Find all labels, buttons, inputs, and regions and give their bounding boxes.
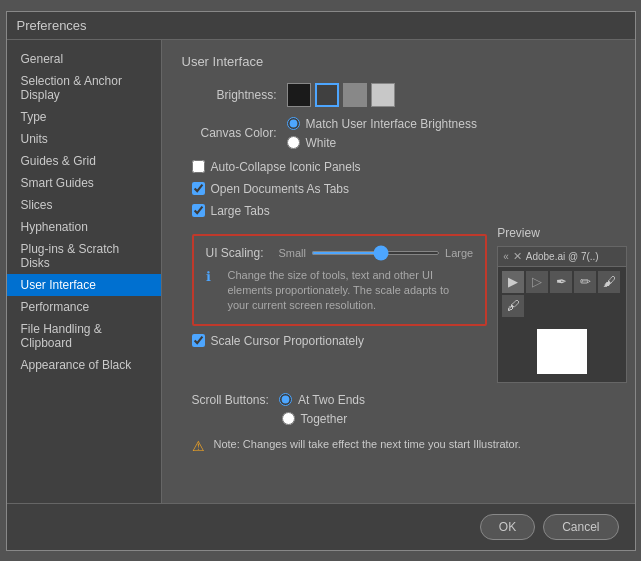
brightness-swatch-dark[interactable] <box>287 83 311 107</box>
preview-widget: « ✕ Adobe.ai @ 7(..) ▶ ▷ ✒ ✏ 🖌 🖋 <box>497 246 627 383</box>
note-row: ⚠ Note: Changes will take effect the nex… <box>192 438 615 454</box>
content-area: User Interface Brightness: Canvas Color: <box>162 40 635 503</box>
slider-large-label: Large <box>445 247 473 259</box>
preview-title: Adobe.ai @ 7(..) <box>526 251 621 262</box>
brightness-swatch-medium-dark[interactable] <box>315 83 339 107</box>
preview-tools: ▶ ▷ ✒ ✏ 🖌 🖋 <box>498 267 626 321</box>
scale-cursor-checkbox[interactable] <box>192 334 205 347</box>
canvas-color-white-label: White <box>306 136 337 150</box>
tool-paint[interactable]: 🖋 <box>502 295 524 317</box>
sidebar-item-units[interactable]: Units <box>7 128 161 150</box>
sidebar-item-plugins[interactable]: Plug-ins & Scratch Disks <box>7 238 161 274</box>
auto-collapse-label: Auto-Collapse Iconic Panels <box>211 160 361 174</box>
preview-canvas <box>537 329 587 374</box>
note-text: Note: Changes will take effect the next … <box>214 438 521 450</box>
scroll-at-two-ends-radio[interactable] <box>279 393 292 406</box>
sidebar-item-general[interactable]: General <box>7 48 161 70</box>
scale-cursor-label: Scale Cursor Proportionately <box>211 334 364 348</box>
canvas-color-group: Match User Interface Brightness White <box>287 117 477 150</box>
preview-section: UI Scaling: Small Large ℹ Change the siz… <box>182 226 615 383</box>
brightness-row: Brightness: <box>182 83 615 107</box>
preview-panel: Preview « ✕ Adobe.ai @ 7(..) ▶ ▷ ✒ ✏ � <box>497 226 627 383</box>
sidebar-item-smart-guides[interactable]: Smart Guides <box>7 172 161 194</box>
tool-pencil[interactable]: ✏ <box>574 271 596 293</box>
left-section: UI Scaling: Small Large ℹ Change the siz… <box>182 226 488 356</box>
scroll-together-label: Together <box>301 412 348 426</box>
canvas-color-match[interactable]: Match User Interface Brightness <box>287 117 477 131</box>
large-tabs-row[interactable]: Large Tabs <box>192 204 615 218</box>
section-title: User Interface <box>182 54 615 69</box>
scaling-row: UI Scaling: Small Large <box>206 246 474 260</box>
brightness-label: Brightness: <box>182 88 277 102</box>
scale-cursor-row[interactable]: Scale Cursor Proportionately <box>192 334 488 348</box>
scaling-box: UI Scaling: Small Large ℹ Change the siz… <box>192 234 488 326</box>
tool-arrow-black[interactable]: ▶ <box>502 271 524 293</box>
preferences-dialog: Preferences General Selection & Anchor D… <box>6 11 636 551</box>
scroll-at-two-ends[interactable]: At Two Ends <box>279 393 365 407</box>
tool-pen[interactable]: ✒ <box>550 271 572 293</box>
scroll-row-1: Scroll Buttons: At Two Ends <box>192 393 615 407</box>
chevrons-icon: « <box>503 251 509 262</box>
canvas-color-label: Canvas Color: <box>182 126 277 140</box>
sidebar-item-selection-anchor[interactable]: Selection & Anchor Display <box>7 70 161 106</box>
tool-brush[interactable]: 🖌 <box>598 271 620 293</box>
sidebar-item-user-interface[interactable]: User Interface <box>7 274 161 296</box>
brightness-swatch-medium-light[interactable] <box>343 83 367 107</box>
sidebar-item-guides-grid[interactable]: Guides & Grid <box>7 150 161 172</box>
auto-collapse-row[interactable]: Auto-Collapse Iconic Panels <box>192 160 615 174</box>
close-icon[interactable]: ✕ <box>513 250 522 263</box>
ui-scaling-label: UI Scaling: <box>206 246 271 260</box>
scroll-together-radio[interactable] <box>282 412 295 425</box>
scroll-buttons-label: Scroll Buttons: <box>192 393 269 407</box>
preview-label: Preview <box>497 226 627 240</box>
brightness-swatches <box>287 83 395 107</box>
warning-icon: ⚠ <box>192 438 208 454</box>
scroll-row-2: Together <box>282 412 615 426</box>
info-row: ℹ Change the size of tools, text and oth… <box>206 268 474 314</box>
large-tabs-checkbox[interactable] <box>192 204 205 217</box>
sidebar-item-appearance[interactable]: Appearance of Black <box>7 354 161 376</box>
sidebar-item-type[interactable]: Type <box>7 106 161 128</box>
sidebar: General Selection & Anchor Display Type … <box>7 40 162 503</box>
canvas-color-match-radio[interactable] <box>287 117 300 130</box>
slider-small-label: Small <box>279 247 307 259</box>
canvas-color-white-radio[interactable] <box>287 136 300 149</box>
info-text: Change the size of tools, text and other… <box>228 268 474 314</box>
info-icon: ℹ <box>206 268 222 286</box>
sidebar-item-file-handling[interactable]: File Handling & Clipboard <box>7 318 161 354</box>
open-docs-tabs-label: Open Documents As Tabs <box>211 182 350 196</box>
scroll-buttons-section: Scroll Buttons: At Two Ends Together <box>192 393 615 426</box>
preview-header: « ✕ Adobe.ai @ 7(..) <box>498 247 626 267</box>
scroll-at-two-ends-label: At Two Ends <box>298 393 365 407</box>
brightness-swatch-light[interactable] <box>371 83 395 107</box>
open-docs-tabs-checkbox[interactable] <box>192 182 205 195</box>
tool-arrow-white[interactable]: ▷ <box>526 271 548 293</box>
auto-collapse-checkbox[interactable] <box>192 160 205 173</box>
canvas-color-white[interactable]: White <box>287 136 477 150</box>
canvas-color-row: Canvas Color: Match User Interface Brigh… <box>182 117 615 150</box>
dialog-body: General Selection & Anchor Display Type … <box>7 40 635 503</box>
open-docs-tabs-row[interactable]: Open Documents As Tabs <box>192 182 615 196</box>
slider-container: Small Large <box>279 247 474 259</box>
sidebar-item-hyphenation[interactable]: Hyphenation <box>7 216 161 238</box>
dialog-title: Preferences <box>7 12 635 40</box>
sidebar-item-slices[interactable]: Slices <box>7 194 161 216</box>
sidebar-item-performance[interactable]: Performance <box>7 296 161 318</box>
ok-button[interactable]: OK <box>480 514 535 540</box>
canvas-color-match-label: Match User Interface Brightness <box>306 117 477 131</box>
ui-scaling-slider[interactable] <box>311 251 440 255</box>
cancel-button[interactable]: Cancel <box>543 514 618 540</box>
dialog-footer: OK Cancel <box>7 503 635 550</box>
large-tabs-label: Large Tabs <box>211 204 270 218</box>
scroll-together[interactable]: Together <box>282 412 615 426</box>
